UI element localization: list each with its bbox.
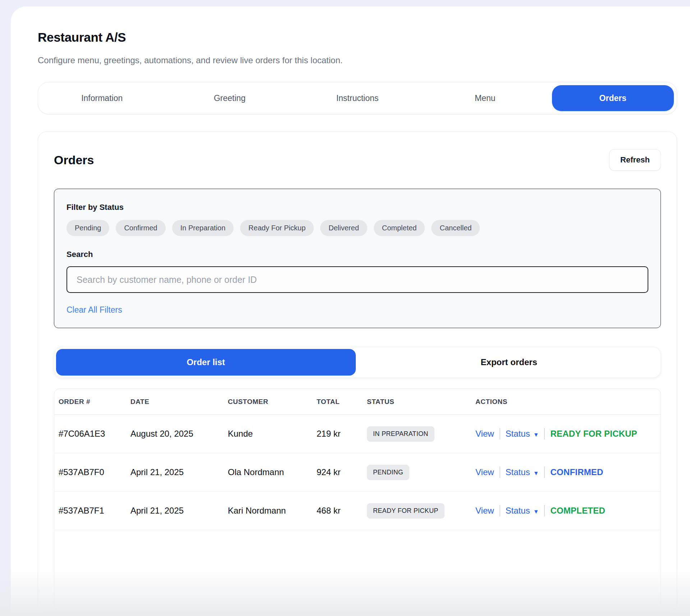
view-toggle: Order list Export orders xyxy=(54,347,661,378)
order-id: #7C06A1E3 xyxy=(59,429,130,439)
status-chip-in-preparation[interactable]: In Preparation xyxy=(172,220,234,236)
view-link[interactable]: View xyxy=(475,467,494,477)
status-dropdown-label: Status xyxy=(506,506,530,515)
status-chip-delivered[interactable]: Delivered xyxy=(320,220,367,236)
column-header: ACTIONS xyxy=(475,398,661,406)
divider xyxy=(544,505,545,516)
order-id: #537AB7F1 xyxy=(59,506,130,516)
search-input[interactable] xyxy=(66,266,648,293)
order-date: April 21, 2025 xyxy=(130,506,228,516)
status-dropdown-button[interactable]: Status▼ xyxy=(506,429,539,439)
tab-orders[interactable]: Orders xyxy=(552,85,674,111)
divider xyxy=(544,466,545,478)
status-chip-cancelled[interactable]: Cancelled xyxy=(431,220,480,236)
caret-down-icon: ▼ xyxy=(533,432,539,438)
view-link[interactable]: View xyxy=(475,506,494,516)
order-customer: Ola Nordmann xyxy=(228,467,317,477)
status-chip-ready-for-pickup[interactable]: Ready For Pickup xyxy=(240,220,314,236)
page-title: Restaurant A/S xyxy=(38,30,677,45)
page-subtitle: Configure menu, greetings, automations, … xyxy=(38,55,677,65)
clear-filters-link[interactable]: Clear All Filters xyxy=(66,305,122,315)
caret-down-icon: ▼ xyxy=(533,509,539,515)
orders-heading: Orders xyxy=(54,153,94,167)
table-row: #537AB7F0 April 21, 2025 Ola Nordmann 92… xyxy=(54,453,661,492)
status-dropdown-button[interactable]: Status▼ xyxy=(506,467,539,477)
status-dropdown-button[interactable]: Status▼ xyxy=(506,506,539,516)
next-status-button[interactable]: COMPLETED xyxy=(550,506,605,516)
location-settings-card: Restaurant A/S Configure menu, greetings… xyxy=(11,6,690,616)
order-customer: Kari Nordmann xyxy=(228,506,317,516)
order-actions: View Status▼ COMPLETED xyxy=(475,505,661,516)
caret-down-icon: ▼ xyxy=(533,470,539,476)
table-header-row: ORDER #DATECUSTOMERTOTALSTATUSACTIONS xyxy=(54,389,661,415)
divider xyxy=(500,428,500,440)
order-actions: View Status▼ CONFIRMED xyxy=(475,466,661,478)
order-customer: Kunde xyxy=(228,429,317,439)
table-row: #537AB7F1 April 21, 2025 Kari Nordmann 4… xyxy=(54,492,661,530)
divider xyxy=(500,466,500,478)
order-list-tab[interactable]: Order list xyxy=(56,349,356,376)
column-header: ORDER # xyxy=(59,398,130,406)
divider xyxy=(544,428,545,440)
refresh-button[interactable]: Refresh xyxy=(609,149,661,171)
status-chip-confirmed[interactable]: Confirmed xyxy=(116,220,165,236)
orders-table-body: #7C06A1E3 August 20, 2025 Kunde 219 kr I… xyxy=(54,415,661,530)
search-label: Search xyxy=(66,250,648,259)
order-id: #537AB7F0 xyxy=(59,467,130,477)
status-badge: IN PREPARATION xyxy=(367,426,434,442)
orders-panel: Orders Refresh Filter by Status PendingC… xyxy=(38,132,677,612)
table-row: #7C06A1E3 August 20, 2025 Kunde 219 kr I… xyxy=(54,415,661,453)
status-dropdown-label: Status xyxy=(506,429,530,438)
status-chip-completed[interactable]: Completed xyxy=(374,220,425,236)
tab-menu[interactable]: Menu xyxy=(421,82,549,114)
order-total: 219 kr xyxy=(317,429,367,439)
order-actions: View Status▼ READY FOR PICKUP xyxy=(475,428,661,440)
next-status-button[interactable]: READY FOR PICKUP xyxy=(550,429,637,439)
orders-panel-header: Orders Refresh xyxy=(54,149,661,171)
status-filter-chips: PendingConfirmedIn PreparationReady For … xyxy=(66,220,648,236)
order-total: 924 kr xyxy=(317,467,367,477)
view-link[interactable]: View xyxy=(475,429,494,439)
tab-greeting[interactable]: Greeting xyxy=(166,82,293,114)
column-header: DATE xyxy=(130,398,228,406)
section-tabs: InformationGreetingInstructionsMenuOrder… xyxy=(38,82,677,114)
column-header: CUSTOMER xyxy=(228,398,317,406)
order-date: August 20, 2025 xyxy=(130,429,228,439)
column-header: STATUS xyxy=(367,398,475,406)
status-badge: READY FOR PICKUP xyxy=(367,503,445,519)
status-badge: PENDING xyxy=(367,465,409,480)
order-total: 468 kr xyxy=(317,506,367,516)
order-status-cell: PENDING xyxy=(367,465,475,480)
order-date: April 21, 2025 xyxy=(130,467,228,477)
divider xyxy=(500,505,500,516)
export-orders-tab[interactable]: Export orders xyxy=(358,347,661,377)
status-dropdown-label: Status xyxy=(506,467,530,477)
tab-information[interactable]: Information xyxy=(38,82,166,114)
order-status-cell: IN PREPARATION xyxy=(367,426,475,442)
status-chip-pending[interactable]: Pending xyxy=(66,220,109,236)
filter-by-status-label: Filter by Status xyxy=(66,203,648,212)
filter-panel: Filter by Status PendingConfirmedIn Prep… xyxy=(54,189,661,328)
tab-instructions[interactable]: Instructions xyxy=(294,82,421,114)
column-header: TOTAL xyxy=(317,398,367,406)
next-status-button[interactable]: CONFIRMED xyxy=(550,467,603,477)
orders-table: ORDER #DATECUSTOMERTOTALSTATUSACTIONS #7… xyxy=(54,389,661,611)
order-status-cell: READY FOR PICKUP xyxy=(367,503,475,519)
